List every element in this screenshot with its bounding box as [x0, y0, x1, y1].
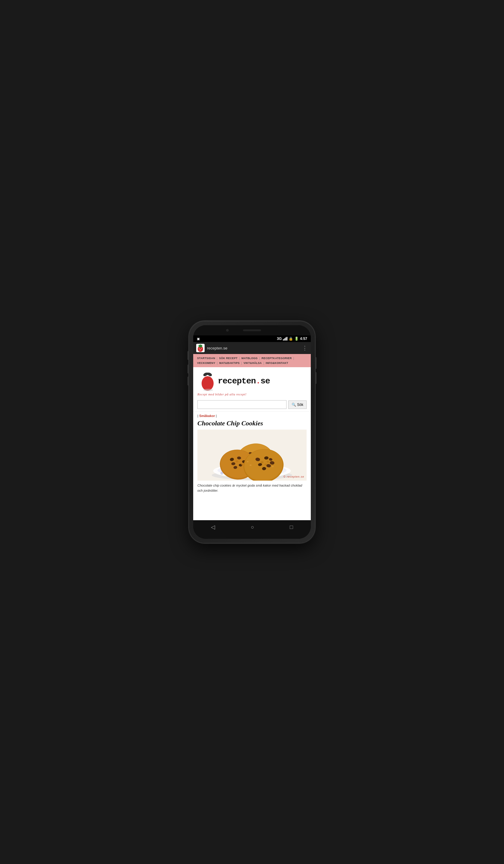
browser-url[interactable]: recepten.se: [207, 346, 300, 350]
article-area: | Småkakor | Chocolate Chip Cookies: [193, 411, 311, 495]
site-header: recepten.se Recept med bilder på alla re…: [193, 367, 311, 398]
status-right: 3G 🔒 🔋 4:57: [277, 337, 307, 341]
svg-point-51: [241, 464, 243, 466]
svg-point-24: [203, 389, 213, 391]
svg-point-15: [202, 376, 214, 391]
nav-vikt-halsa[interactable]: VIKT&HÄLSA: [242, 361, 263, 365]
svg-point-7: [200, 350, 200, 350]
back-button[interactable]: ◁: [206, 521, 220, 533]
phone-device: ▣ 3G 🔒 🔋 4:57: [189, 321, 315, 543]
browser-chrome: recepten.se ⋮: [193, 342, 311, 354]
signal-bar-4: [287, 337, 287, 340]
signal-bar-1: [283, 339, 284, 340]
nav-info-kontakt[interactable]: INFO&KONTAKT: [264, 361, 290, 365]
network-indicator: 3G: [277, 337, 282, 341]
breadcrumb-suffix: |: [215, 414, 217, 418]
recents-button[interactable]: □: [285, 522, 298, 533]
nav-bar: STARTSIDAN | SÖK RECEPT | MATBLOGG | REC…: [193, 354, 311, 367]
home-button[interactable]: ○: [246, 522, 259, 533]
recipe-image: © recepten.se: [197, 430, 307, 481]
phone-top-bar: [193, 325, 311, 335]
signal-bar-2: [284, 338, 285, 340]
recipe-description: Chocolate chip cookies är mycket goda sm…: [197, 483, 307, 493]
sim-icon: ▣: [197, 337, 200, 341]
svg-point-5: [200, 349, 201, 350]
site-tagline: Recept med bilder på alla recept!: [197, 392, 307, 396]
speaker-grille: [243, 329, 261, 331]
search-button[interactable]: 🔍 Sök: [288, 400, 307, 409]
nav-matblogg[interactable]: MATBLOGG: [240, 356, 259, 361]
nav-startsidan[interactable]: STARTSIDAN: [195, 356, 217, 361]
svg-point-61: [261, 461, 264, 464]
phone-bottom-bar: [193, 534, 311, 539]
site-name: recepten.se: [218, 376, 270, 386]
search-area: 🔍 Sök: [193, 398, 311, 411]
battery-icon: 🔋: [294, 337, 299, 341]
nav-row-2: VECKOMENY | MAT&BAKTIPS | VIKT&HÄLSA | I…: [195, 361, 309, 365]
nav-mat-baktips[interactable]: MAT&BAKTIPS: [218, 361, 241, 365]
svg-point-6: [201, 348, 202, 349]
phone-screen: ▣ 3G 🔒 🔋 4:57: [193, 325, 311, 539]
nav-row-1: STARTSIDAN | SÖK RECEPT | MATBLOGG | REC…: [195, 356, 309, 361]
nav-receptkategorier[interactable]: RECEPTKATEGORIER: [260, 356, 293, 361]
status-bar: ▣ 3G 🔒 🔋 4:57: [193, 335, 311, 342]
bottom-navigation: ◁ ○ □: [193, 520, 311, 534]
front-camera: [226, 329, 229, 332]
svg-point-3: [201, 349, 202, 350]
svg-point-64: [247, 461, 249, 463]
lock-icon: 🔒: [289, 337, 293, 341]
svg-point-63: [264, 464, 267, 466]
svg-point-66: [272, 466, 274, 467]
svg-point-65: [250, 465, 252, 466]
svg-point-62: [267, 461, 269, 463]
breadcrumb-link[interactable]: Småkakor: [199, 414, 215, 418]
breadcrumb: | Småkakor |: [197, 414, 307, 418]
cookie-svg: [197, 430, 307, 481]
recipe-title: Chocolate Chip Cookies: [197, 419, 307, 427]
search-input[interactable]: [197, 400, 287, 409]
logo-strawberry-svg: [197, 371, 218, 391]
status-left: ▣: [197, 337, 200, 341]
favicon-svg: [196, 344, 205, 352]
browser-menu-button[interactable]: ⋮: [302, 345, 308, 351]
site-logo-area: recepten.se: [197, 371, 307, 391]
nav-sok-recept[interactable]: SÖK RECEPT: [217, 356, 239, 361]
signal-bars: [283, 337, 287, 340]
browser-favicon: [196, 344, 205, 352]
svg-point-4: [199, 348, 200, 349]
web-content[interactable]: STARTSIDAN | SÖK RECEPT | MATBLOGG | REC…: [193, 354, 311, 520]
nav-veckomeny[interactable]: VECKOMENY: [195, 361, 217, 365]
image-watermark: © recepten.se: [284, 475, 304, 478]
signal-bar-3: [285, 337, 286, 340]
svg-point-50: [236, 460, 239, 463]
time-display: 4:57: [300, 337, 307, 341]
svg-point-10: [200, 344, 201, 347]
